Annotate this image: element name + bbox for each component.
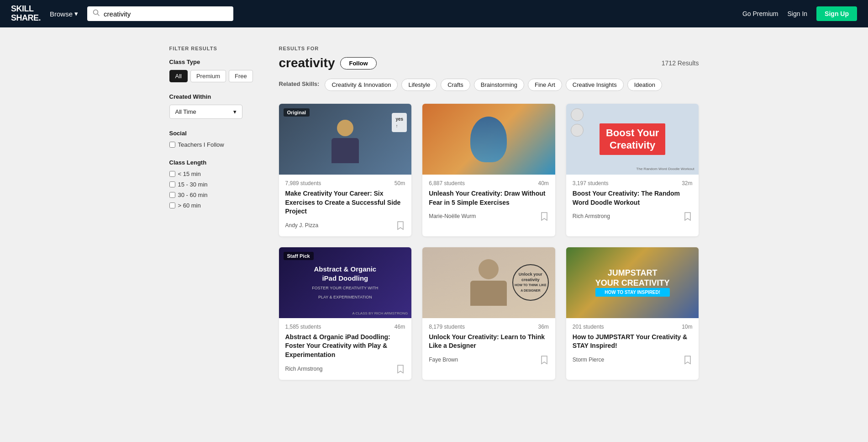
card-4-duration: 46m	[395, 324, 405, 330]
card-4-body: 1,585 students 46m Abstract & Organic iP…	[279, 318, 412, 380]
class-length-15-30[interactable]: 15 - 30 min	[169, 181, 261, 188]
navbar: SKILL SHARE. Browse ▾ Go Premium Sign In…	[0, 0, 868, 27]
card-4-author: Rich Armstrong	[285, 366, 323, 372]
class-type-filter: Class Type All Premium Free	[169, 59, 261, 82]
results-header: creativity Follow 1712 Results	[279, 56, 699, 70]
skill-brainstorming[interactable]: Brainstorming	[474, 79, 524, 91]
jumpstart-sub-text: HOW TO STAY INSPIRED!	[595, 288, 670, 297]
card-3-footer: Rich Armstrong	[573, 212, 693, 221]
chevron-down-icon: ▾	[74, 10, 78, 18]
bookmark-icon-3[interactable]	[683, 212, 692, 221]
svg-point-0	[94, 10, 98, 15]
card-2-author: Marie-Noëlle Wurm	[429, 213, 476, 219]
boost-label: Boost YourCreativity	[600, 123, 666, 155]
card-2-title: Unleash Your Creativity: Draw Without Fe…	[429, 189, 549, 207]
class-length-30-60[interactable]: 30 - 60 min	[169, 192, 261, 198]
results-query: creativity	[279, 56, 335, 70]
bookmark-icon-1[interactable]	[396, 221, 405, 230]
class-length-gt60[interactable]: > 60 min	[169, 202, 261, 209]
follow-button[interactable]: Follow	[340, 57, 376, 69]
bookmark-icon-4[interactable]	[396, 364, 405, 373]
card-6-thumb: JUMPSTARTYOUR CREATIVITY HOW TO STAY INS…	[566, 247, 699, 318]
sidebar: FILTER RESULTS Class Type All Premium Fr…	[169, 46, 261, 380]
card-3-title: Boost Your Creativity: The Random Word D…	[573, 189, 693, 207]
card-3-meta: 3,197 students 32m	[573, 180, 693, 186]
class-type-label: Class Type	[169, 59, 261, 65]
skill-creativity-innovation[interactable]: Creativity & Innovation	[325, 79, 398, 91]
search-input[interactable]	[104, 10, 228, 18]
go-premium-link[interactable]: Go Premium	[742, 10, 779, 17]
bookmark-icon-2[interactable]	[540, 212, 549, 221]
skill-crafts[interactable]: Crafts	[441, 79, 470, 91]
card-5-meta: 8,179 students 36m	[429, 324, 549, 330]
card-1[interactable]: Original yes↑ 7,989 studen	[279, 104, 412, 236]
teachers-i-follow-label: Teachers I Follow	[178, 141, 224, 148]
card-1-duration: 50m	[395, 180, 405, 186]
card-4-thumb-text: Abstract & OrganiciPad DoodlingFOSTER YO…	[307, 260, 383, 305]
main-content: RESULTS FOR creativity Follow 1712 Resul…	[279, 46, 699, 380]
card-5[interactable]: Unlock yourcreativityHOW TO THINK LIKE A…	[422, 247, 555, 380]
filter-results-title: FILTER RESULTS	[169, 46, 261, 51]
class-length-label: Class Length	[169, 159, 261, 166]
card-5-thumb: Unlock yourcreativityHOW TO THINK LIKE A…	[422, 247, 555, 318]
original-badge: Original	[284, 108, 310, 117]
teachers-i-follow-checkbox[interactable]: Teachers I Follow	[169, 141, 261, 148]
logo[interactable]: SKILL SHARE.	[11, 5, 41, 23]
search-icon	[93, 9, 100, 18]
skill-fine-art[interactable]: Fine Art	[528, 79, 562, 91]
card-6-footer: Storm Pierce	[573, 355, 693, 364]
card-2-students: 6,887 students	[429, 180, 465, 186]
results-for-label: RESULTS FOR	[279, 46, 699, 51]
card-3[interactable]: Boost YourCreativity The Random Word Doo…	[566, 104, 699, 236]
created-within-dropdown[interactable]: All Time ▾	[169, 105, 242, 119]
bookmark-icon-6[interactable]	[683, 355, 692, 364]
page-body: FILTER RESULTS Class Type All Premium Fr…	[160, 27, 708, 398]
sign-in-link[interactable]: Sign In	[788, 10, 808, 17]
card-4-meta: 1,585 students 46m	[285, 324, 405, 330]
browse-label: Browse	[50, 10, 73, 18]
skill-ideation[interactable]: Ideation	[627, 79, 662, 91]
class-type-buttons: All Premium Free	[169, 70, 261, 82]
sign-up-button[interactable]: Sign Up	[816, 6, 857, 21]
card-4-title: Abstract & Organic iPad Doodling: Foster…	[285, 333, 405, 360]
card-5-title: Unlock Your Creativity: Learn to Think L…	[429, 333, 549, 351]
card-1-author: Andy J. Pizza	[285, 222, 319, 229]
card-1-meta: 7,989 students 50m	[285, 180, 405, 186]
card-5-students: 8,179 students	[429, 324, 465, 330]
social-label: Social	[169, 130, 261, 137]
created-within-value: All Time	[175, 108, 196, 115]
unlock-circle: Unlock yourcreativityHOW TO THINK LIKE A…	[512, 264, 549, 301]
card-4-students: 1,585 students	[285, 324, 321, 330]
card-3-body: 3,197 students 32m Boost Your Creativity…	[566, 175, 699, 227]
browse-button[interactable]: Browse ▾	[50, 10, 78, 18]
card-1-thumb: Original yes↑	[279, 104, 412, 175]
jumpstart-title-text: JUMPSTARTYOUR CREATIVITY	[595, 268, 670, 288]
card-5-duration: 36m	[538, 324, 548, 330]
card-6-duration: 10m	[682, 324, 692, 330]
class-length-lt15[interactable]: < 15 min	[169, 170, 261, 177]
skill-lifestyle[interactable]: Lifestyle	[401, 79, 437, 91]
bookmark-icon-5[interactable]	[540, 355, 549, 364]
card-1-body: 7,989 students 50m Make Creativity Your …	[279, 175, 412, 236]
class-type-all-button[interactable]: All	[169, 70, 188, 82]
class-type-premium-button[interactable]: Premium	[190, 70, 226, 82]
class-length-options: < 15 min 15 - 30 min 30 - 60 min > 60 mi…	[169, 170, 261, 209]
teachers-checkbox-input[interactable]	[169, 142, 175, 148]
card-3-duration: 32m	[682, 180, 692, 186]
card-2-body: 6,887 students 40m Unleash Your Creativi…	[422, 175, 555, 227]
card-6-students: 201 students	[573, 324, 604, 330]
card-4-footer: Rich Armstrong	[285, 364, 405, 373]
skill-creative-insights[interactable]: Creative Insights	[566, 79, 624, 91]
card-6[interactable]: JUMPSTARTYOUR CREATIVITY HOW TO STAY INS…	[566, 247, 699, 380]
social-filter: Social Teachers I Follow	[169, 130, 261, 148]
results-query-row: creativity Follow	[279, 56, 377, 70]
results-count: 1712 Results	[662, 59, 699, 67]
card-5-footer: Faye Brown	[429, 355, 549, 364]
card-1-footer: Andy J. Pizza	[285, 221, 405, 230]
card-4[interactable]: Staff Pick Abstract & OrganiciPad Doodli…	[279, 247, 412, 380]
card-3-author: Rich Armstrong	[573, 213, 610, 219]
card-6-meta: 201 students 10m	[573, 324, 693, 330]
class-type-free-button[interactable]: Free	[229, 70, 253, 82]
card-2[interactable]: 6,887 students 40m Unleash Your Creativi…	[422, 104, 555, 236]
class-length-filter: Class Length < 15 min 15 - 30 min 30 - 6…	[169, 159, 261, 209]
